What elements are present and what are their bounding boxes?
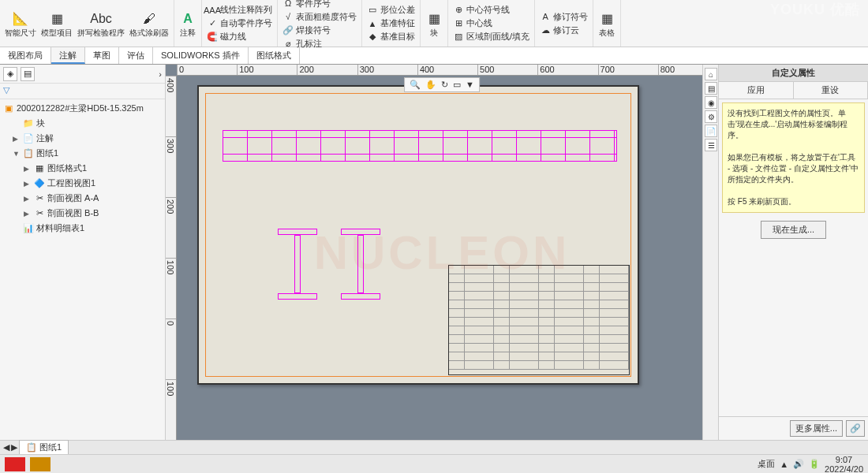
chevron-icon[interactable]: ▶ xyxy=(24,195,32,203)
taskbar-date[interactable]: 2022/4/20 xyxy=(825,464,863,474)
taskbar-app-1[interactable] xyxy=(5,457,25,471)
chevron-icon[interactable]: ▶ xyxy=(13,135,21,143)
ribbon-button[interactable]: 📐智能尺寸 xyxy=(5,10,36,37)
ribbon-tab[interactable]: 评估 xyxy=(119,47,153,64)
titleblock-cell xyxy=(494,352,510,360)
tree-expand-button[interactable]: › xyxy=(159,69,162,79)
titleblock-row xyxy=(449,300,629,309)
ribbon-button[interactable]: ▭形位公差 xyxy=(367,4,415,16)
drawing-canvas[interactable]: 0100200300400500600700800 40030020010001… xyxy=(166,65,718,440)
ribbon-button[interactable]: ▲基准特征 xyxy=(367,17,415,29)
taskbar-app-2[interactable] xyxy=(30,457,51,471)
ribbon-button[interactable]: ◆基准目标 xyxy=(367,31,415,43)
ribbon-button[interactable]: 🔗焊接符号 xyxy=(282,24,357,36)
ribbon-button[interactable]: AAA线性注释阵列 xyxy=(207,4,272,16)
ribbon-button[interactable]: ⊞中心线 xyxy=(453,17,529,29)
tray-icon-2[interactable]: 🔊 xyxy=(793,459,804,469)
layers-icon[interactable]: ▤ xyxy=(705,82,717,95)
titleblock-cell xyxy=(510,326,539,334)
titleblock-cell xyxy=(600,283,629,291)
ribbon-button[interactable]: √表面粗糙度符号 xyxy=(282,11,357,23)
select-icon[interactable]: ▭ xyxy=(451,80,462,90)
tree-item-icon: ✂ xyxy=(34,208,45,219)
tree-item[interactable]: 📊材料明细表1 xyxy=(0,221,165,236)
ribbon-label: 拼写检验程序 xyxy=(77,28,125,37)
titleblock-cell xyxy=(449,361,465,369)
view-icon[interactable]: ▼ xyxy=(464,80,476,90)
ribbon-button[interactable]: ▨区域剖面线/填充 xyxy=(453,31,529,43)
titleblock-cell xyxy=(449,266,465,274)
rotate-icon[interactable]: ↻ xyxy=(440,80,450,90)
taskbar-time[interactable]: 9:07 xyxy=(825,455,863,464)
table-button[interactable]: ▦ 表格 xyxy=(598,10,615,37)
titleblock-cell xyxy=(584,318,600,326)
ribbon-button[interactable]: ▦模型项目 xyxy=(41,10,73,37)
sheet-tab[interactable]: 📋 图纸1 xyxy=(19,440,69,455)
ribbon-tab[interactable]: 草图 xyxy=(85,47,119,64)
titleblock-cell xyxy=(494,274,510,282)
tree-item-icon: 📋 xyxy=(23,148,34,159)
titleblock-cell xyxy=(555,283,584,291)
ruler-vertical: 4003002001000100 xyxy=(166,76,177,440)
ribbon-button[interactable]: Abc拼写检验程序 xyxy=(77,10,125,37)
annotation-button[interactable]: A 注释 xyxy=(179,10,196,37)
home-icon[interactable]: ⌂ xyxy=(705,68,717,80)
tree-item[interactable]: ▼📋图纸1 xyxy=(0,146,165,161)
generate-now-button[interactable]: 现在生成... xyxy=(761,221,826,239)
tree-filter[interactable]: ▽ xyxy=(0,84,165,99)
ribbon-button[interactable]: ☁修订云 xyxy=(540,24,588,36)
chevron-icon[interactable]: ▶ xyxy=(24,180,32,188)
ribbon-icon: A xyxy=(540,11,551,22)
tree-item[interactable]: ▶📄注解 xyxy=(0,131,165,146)
ribbon-label: 自动零件序号 xyxy=(220,17,272,29)
ribbon-button[interactable]: ✓自动零件序号 xyxy=(207,17,272,29)
block-button[interactable]: ▦ 块 xyxy=(425,10,443,37)
chevron-icon[interactable]: ▶ xyxy=(24,210,32,218)
tree-item[interactable]: ▶✂剖面视图 B-B xyxy=(0,206,165,221)
ribbon-tab[interactable]: 视图布局 xyxy=(0,47,51,64)
tree-item[interactable]: ▶🔷工程图视图1 xyxy=(0,176,165,191)
ribbon-button[interactable]: 🧲磁力线 xyxy=(207,31,272,43)
tray-icon-3[interactable]: 🔋 xyxy=(809,459,820,469)
tree-view-button[interactable]: ◈ xyxy=(3,67,17,81)
ribbon-button[interactable]: 🖌格式涂刷器 xyxy=(129,10,169,37)
prev-sheet-button[interactable]: ◀ xyxy=(3,442,9,453)
apply-tab[interactable]: 应用 xyxy=(719,82,794,99)
titleblock-cell xyxy=(555,335,584,343)
properties-title: 自定义属性 xyxy=(719,65,868,82)
titleblock-cell xyxy=(494,309,510,317)
drawing-sheet[interactable] xyxy=(197,85,639,385)
tree-item-icon: 📊 xyxy=(23,223,34,234)
doc-icon[interactable]: 📄 xyxy=(705,125,717,137)
taskbar-desktop[interactable]: 桌面 xyxy=(758,458,775,470)
list-icon[interactable]: ☰ xyxy=(705,139,717,151)
titleblock-cell xyxy=(555,292,584,300)
ribbon-button[interactable]: ⊕中心符号线 xyxy=(453,4,529,16)
next-sheet-button[interactable]: ▶ xyxy=(11,442,17,453)
ribbon-tab[interactable]: 图纸格式 xyxy=(249,47,300,64)
tree-list-button[interactable]: ▤ xyxy=(21,67,35,81)
tree-root[interactable]: ▣ 2002012282#主梁HD5t-15.325m xyxy=(0,101,165,116)
chevron-icon[interactable]: ▼ xyxy=(13,150,21,158)
titleblock-cell xyxy=(600,300,629,308)
titleblock-row xyxy=(449,361,629,370)
gear-icon[interactable]: ⚙ xyxy=(705,110,717,123)
tray-icon-1[interactable]: ▲ xyxy=(780,460,788,469)
ribbon-tab[interactable]: SOLIDWORKS 插件 xyxy=(153,47,249,64)
link-button[interactable]: 🔗 xyxy=(846,420,865,437)
ribbon: 📐智能尺寸▦模型项目Abc拼写检验程序🖌格式涂刷器 A 注释 AAA线性注释阵列… xyxy=(0,0,868,47)
view-icon[interactable]: ◉ xyxy=(705,96,717,109)
canvas-side-toolbar: ⌂ ▤ ◉ ⚙ 📄 ☰ xyxy=(702,65,718,440)
pan-icon[interactable]: ✋ xyxy=(424,80,438,90)
tree-item[interactable]: 📁块 xyxy=(0,116,165,131)
chevron-icon[interactable]: ▶ xyxy=(24,165,32,173)
ribbon-button[interactable]: Ω零件序号 xyxy=(282,0,357,9)
ribbon-tab[interactable]: 注解 xyxy=(51,47,85,64)
ribbon-button[interactable]: A修订符号 xyxy=(540,11,588,23)
more-properties-button[interactable]: 更多属性... xyxy=(790,420,843,437)
zoom-fit-icon[interactable]: 🔍 xyxy=(408,80,422,90)
tree-item[interactable]: ▶✂剖面视图 A-A xyxy=(0,191,165,206)
tree-item[interactable]: ▶▦图纸格式1 xyxy=(0,161,165,176)
reset-tab[interactable]: 重设 xyxy=(794,82,869,99)
ribbon-icon: ⊕ xyxy=(453,5,464,16)
